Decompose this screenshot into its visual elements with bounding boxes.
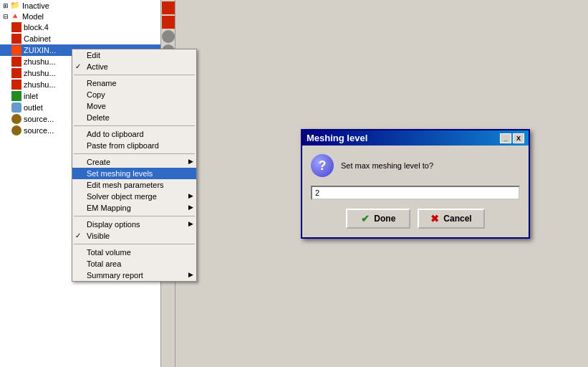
- meshing-level-dialog: Meshing level _ X ? Set max meshing leve…: [301, 129, 530, 239]
- cancel-button[interactable]: ✖ Cancel: [418, 209, 484, 229]
- menu-item-visible[interactable]: Visible: [72, 230, 196, 242]
- menu-item-summary-report[interactable]: Summary report: [72, 270, 196, 281]
- cancel-icon: ✖: [430, 213, 439, 224]
- menu-item-copy[interactable]: Copy: [72, 89, 196, 100]
- dialog-controls: _ X: [500, 133, 524, 143]
- menu-item-paste-from-clipboard[interactable]: Paste from clipboard: [72, 140, 196, 151]
- red-cube-icon: [11, 22, 21, 32]
- tree-item-cabinet[interactable]: Cabinet: [0, 33, 175, 44]
- dialog-question-row: ? Set max meshing level to?: [311, 154, 520, 177]
- toolbar-red-btn-1[interactable]: [162, 1, 175, 14]
- dialog-close-button[interactable]: X: [513, 133, 524, 143]
- expand-icon[interactable]: ⊞: [1, 1, 10, 10]
- menu-item-em-mapping[interactable]: EM Mapping: [72, 202, 196, 214]
- sphere-icon: [11, 125, 21, 135]
- red-cube-icon: [11, 45, 21, 55]
- menu-item-total-area[interactable]: Total area: [72, 258, 196, 270]
- red-cube-icon: [11, 34, 21, 44]
- green-cube-icon: [11, 91, 21, 101]
- done-label: Done: [374, 214, 395, 224]
- tree-item-block4[interactable]: block.4: [0, 22, 175, 33]
- menu-item-active[interactable]: Active: [72, 61, 196, 72]
- menu-separator-2: [74, 125, 195, 126]
- menu-separator-4: [74, 216, 195, 216]
- expand-icon[interactable]: ⊟: [1, 12, 10, 21]
- dialog-titlebar: Meshing level _ X: [302, 130, 529, 146]
- menu-item-edit[interactable]: Edit: [72, 49, 196, 61]
- menu-separator-1: [74, 75, 195, 75]
- tree-item-model[interactable]: ⊟ 🔺 Model: [0, 11, 175, 22]
- sphere-icon: [11, 114, 21, 124]
- menu-item-add-to-clipboard[interactable]: Add to clipboard: [72, 128, 196, 140]
- tree-item-inactive[interactable]: ⊞ 📁 Inactive: [0, 0, 175, 11]
- meshing-level-input[interactable]: [311, 186, 520, 200]
- menu-item-display-options[interactable]: Display options: [72, 219, 196, 230]
- toolbar-red-btn-2[interactable]: [162, 16, 175, 29]
- cancel-label: Cancel: [443, 214, 471, 224]
- menu-item-total-volume[interactable]: Total volume: [72, 247, 196, 258]
- menu-item-create[interactable]: Create: [72, 156, 196, 168]
- red-cube-icon: [11, 68, 21, 78]
- dialog-title: Meshing level: [307, 133, 367, 143]
- cylinder-icon: [11, 103, 21, 113]
- menu-separator-5: [74, 244, 195, 244]
- menu-separator-3: [74, 153, 195, 154]
- toolbar-gear-btn[interactable]: [162, 30, 175, 43]
- menu-item-delete[interactable]: Delete: [72, 112, 196, 123]
- done-button[interactable]: ✔ Done: [346, 209, 410, 229]
- red-cube-icon: [11, 57, 21, 67]
- question-icon: ?: [311, 154, 334, 177]
- menu-item-set-meshing-levels[interactable]: Set meshing levels: [72, 168, 196, 179]
- dialog-question-text: Set max meshing level to?: [341, 161, 433, 170]
- dialog-buttons: ✔ Done ✖ Cancel: [311, 209, 520, 229]
- dialog-minimize-button[interactable]: _: [500, 133, 511, 143]
- menu-item-edit-mesh-params[interactable]: Edit mesh parameters: [72, 179, 196, 191]
- done-icon: ✔: [361, 213, 370, 224]
- menu-item-solver-merge[interactable]: Solver object merge: [72, 191, 196, 202]
- red-cube-icon: [11, 80, 21, 90]
- context-menu: Edit Active Rename Copy Move Delete Add …: [72, 49, 197, 282]
- menu-item-move[interactable]: Move: [72, 100, 196, 112]
- menu-item-rename[interactable]: Rename: [72, 77, 196, 89]
- dialog-body: ? Set max meshing level to? ✔ Done ✖ Can…: [302, 146, 529, 237]
